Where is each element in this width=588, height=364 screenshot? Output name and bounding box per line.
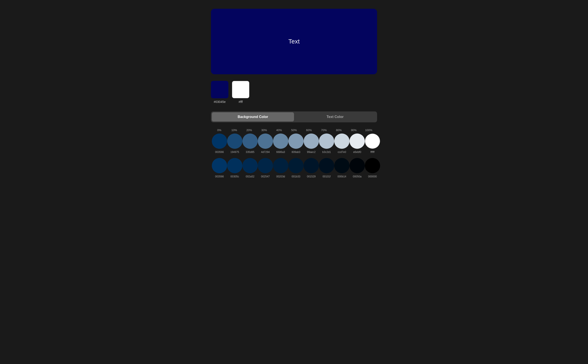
shade-hex-label: 001b33 (292, 175, 300, 178)
tint-hex-label: 194975 (230, 150, 239, 154)
percentage-label: 50% (287, 129, 301, 132)
text-swatch[interactable] (232, 81, 249, 98)
shade-hex-label: 000000 (368, 175, 377, 178)
shade-hex-label: 003566 (215, 175, 224, 178)
percentage-label: 0% (212, 129, 227, 132)
background-swatch-label: #03045e (214, 100, 226, 104)
shade-circle-item[interactable]: 002a52 (242, 158, 258, 178)
percentage-label: 80% (331, 129, 346, 132)
percentage-label: 90% (346, 129, 361, 132)
tint-circle-item[interactable]: 4d7294 (258, 134, 273, 154)
shade-circle[interactable] (365, 158, 380, 173)
tint-hex-label: ccd7e0 (338, 150, 346, 154)
shade-circle[interactable] (304, 158, 319, 173)
tint-circle[interactable] (288, 134, 304, 149)
tint-circle-item[interactable]: 194975 (227, 134, 242, 154)
shade-hex-label: 001529 (307, 175, 316, 178)
shade-circle-item[interactable]: 001b33 (288, 158, 304, 178)
shade-circle-item[interactable]: 00305c (227, 158, 242, 178)
main-container: Text #03045e #fff Background Color Text … (211, 9, 377, 182)
tint-circle[interactable] (319, 134, 334, 149)
shade-circle[interactable] (242, 158, 258, 173)
shade-circles: 00356600305c002a5200254700203d001b330015… (211, 158, 377, 178)
color-grid-section: 0%10%20%30%40%50%60%70%80%90%100% 003566… (211, 129, 377, 182)
tab-bar: Background Color Text Color (211, 111, 377, 122)
shade-hex-label: 00101f (323, 175, 331, 178)
tint-hex-label: 335d85 (246, 150, 255, 154)
text-swatch-label: #fff (239, 100, 243, 104)
tint-circle[interactable] (242, 134, 258, 149)
background-swatch[interactable] (211, 81, 229, 98)
text-swatch-item: #fff (232, 81, 249, 104)
shade-row: 00356600305c002a5200254700203d001b330015… (211, 158, 377, 178)
shade-circle[interactable] (319, 158, 334, 173)
shade-circle-item[interactable]: 003566 (212, 158, 227, 178)
tint-circle-item[interactable]: 6686a3 (273, 134, 288, 154)
shade-circle-item[interactable]: 000b14 (334, 158, 350, 178)
shade-hex-label: 00305c (230, 175, 239, 178)
shade-hex-label: 002547 (261, 175, 270, 178)
shade-circle-item[interactable]: 001529 (304, 158, 319, 178)
tab-text-color[interactable]: Text Color (294, 112, 376, 122)
percentage-label: 100% (361, 129, 376, 132)
tint-hex-label: ffffff (371, 150, 375, 154)
percentage-label: 60% (301, 129, 316, 132)
tint-circle-item[interactable]: 335d85 (242, 134, 258, 154)
tint-hex-label: 99aec2 (307, 150, 315, 154)
percentage-label: 10% (227, 129, 242, 132)
tint-circle[interactable] (258, 134, 273, 149)
shade-circle-item[interactable]: 000000 (365, 158, 380, 178)
shade-hex-label: 002a52 (246, 175, 255, 178)
shade-circle[interactable] (273, 158, 288, 173)
tint-circle[interactable] (212, 134, 227, 149)
tint-circle[interactable] (273, 134, 288, 149)
percentage-label: 20% (242, 129, 257, 132)
percentage-label: 30% (257, 129, 271, 132)
tint-row: 0%10%20%30%40%50%60%70%80%90%100% 003566… (211, 129, 377, 154)
tint-circle-item[interactable]: e6ebf0 (350, 134, 365, 154)
tint-circle[interactable] (304, 134, 319, 149)
tint-circle-item[interactable]: ffffff (365, 134, 380, 154)
shade-circle[interactable] (258, 158, 273, 173)
tint-circle-item[interactable]: b3c2d1 (319, 134, 334, 154)
shade-circle-item[interactable]: 002547 (258, 158, 273, 178)
tint-circle[interactable] (365, 134, 380, 149)
tint-hex-label: b3c2d1 (322, 150, 331, 154)
tint-circle-item[interactable]: 003566 (212, 134, 227, 154)
shade-circle[interactable] (227, 158, 242, 173)
shade-circle-item[interactable]: 00050a (350, 158, 365, 178)
shade-hex-label: 00050a (353, 175, 362, 178)
color-swatches-row: #03045e #fff (211, 81, 249, 104)
tint-circle-item[interactable]: ccd7e0 (334, 134, 350, 154)
percentage-label: 70% (317, 129, 331, 132)
tint-hex-label: 6686a3 (276, 150, 285, 154)
tint-circle[interactable] (350, 134, 365, 149)
tint-circle[interactable] (227, 134, 242, 149)
shade-circle[interactable] (288, 158, 304, 173)
tint-circle-item[interactable]: 809ab3 (288, 134, 304, 154)
background-swatch-item: #03045e (211, 81, 229, 104)
tab-background-color[interactable]: Background Color (212, 112, 294, 122)
shade-circle[interactable] (212, 158, 227, 173)
percentage-label: 40% (271, 129, 286, 132)
shade-circle-item[interactable]: 00203d (273, 158, 288, 178)
tint-hex-label: 003566 (215, 150, 224, 154)
tint-circles: 003566194975335d854d72946686a3809ab399ae… (211, 134, 377, 154)
tint-hex-label: 4d7294 (261, 150, 270, 154)
shade-circle[interactable] (334, 158, 350, 173)
preview-card: Text (211, 9, 377, 74)
tint-circle-item[interactable]: 99aec2 (304, 134, 319, 154)
tint-circle[interactable] (334, 134, 350, 149)
shade-circle-item[interactable]: 00101f (319, 158, 334, 178)
tint-hex-label: 809ab3 (292, 150, 300, 154)
tint-hex-label: e6ebf0 (353, 150, 361, 154)
tint-percentages: 0%10%20%30%40%50%60%70%80%90%100% (211, 129, 377, 132)
shade-circle[interactable] (350, 158, 365, 173)
preview-text: Text (288, 38, 300, 45)
shade-hex-label: 00203d (276, 175, 285, 178)
shade-hex-label: 000b14 (338, 175, 346, 178)
